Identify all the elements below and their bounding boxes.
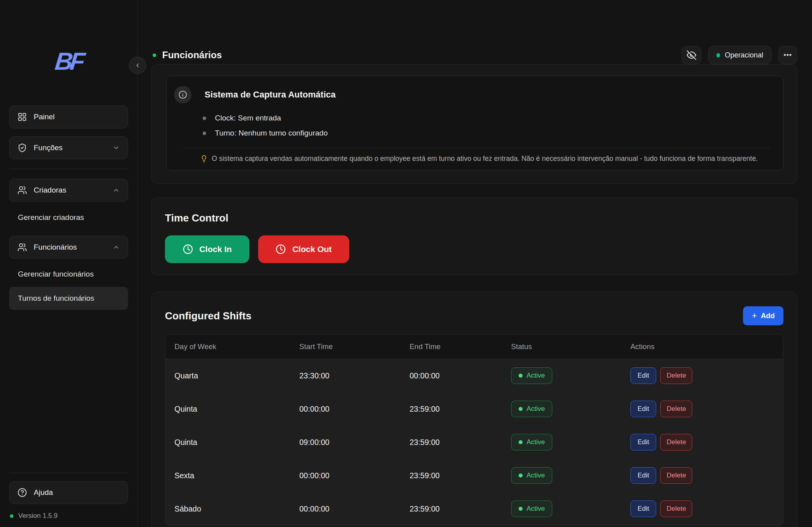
version-row: Version 1.5.9 <box>10 512 128 520</box>
brand-logo: BF <box>9 43 128 79</box>
content-area: Sistema de Captura Automática Clock: Sem… <box>138 64 812 527</box>
cell-day: Quinta <box>165 438 290 447</box>
cell-start: 23:30:00 <box>290 371 400 380</box>
eye-off-icon <box>687 50 696 60</box>
cell-end: 23:59:00 <box>400 471 502 480</box>
sidebar-item-gerenciar-funcionarios[interactable]: Gerenciar funcionários <box>9 265 128 283</box>
sidebar-item-label: Funcionários <box>34 243 77 252</box>
delete-button[interactable]: Delete <box>660 401 692 417</box>
table-row: Sexta 00:00:00 23:59:00 Active Edit Dele… <box>165 459 783 492</box>
edit-button[interactable]: Edit <box>630 500 656 517</box>
status-badge[interactable]: Operacional <box>708 46 772 64</box>
clock-in-button[interactable]: Clock In <box>165 235 249 263</box>
sidebar-footer: Ajuda Version 1.5.9 <box>9 463 128 527</box>
clock-out-button[interactable]: Clock Out <box>258 235 349 263</box>
status-dot-icon <box>153 53 156 57</box>
shifts-table-body: Quarta 23:30:00 00:00:00 Active Edit Del… <box>165 359 783 525</box>
status-badge-label: Operacional <box>725 51 763 59</box>
clock-in-label: Clock In <box>199 244 232 254</box>
cell-end: 23:59:00 <box>400 504 502 514</box>
chevron-left-icon <box>134 62 141 69</box>
edit-button[interactable]: Edit <box>630 434 656 451</box>
info-icon <box>174 86 192 103</box>
edit-button[interactable]: Edit <box>630 367 656 384</box>
users-icon <box>17 242 27 252</box>
sidebar-item-label: Ajuda <box>34 488 53 497</box>
status-badge: Active <box>511 434 552 451</box>
delete-button[interactable]: Delete <box>660 467 692 484</box>
logo-text: BF <box>54 47 84 75</box>
plus-icon: + <box>752 311 757 320</box>
edit-button[interactable]: Edit <box>630 467 656 484</box>
add-shift-label: Add <box>761 312 775 320</box>
status-dot-icon <box>519 474 523 477</box>
time-control-title: Time Control <box>165 212 783 224</box>
app-window: BF Painel Funções Criadoras <box>0 0 812 527</box>
sidebar-item-funcionarios[interactable]: Funcionários <box>9 236 128 259</box>
tip-row: O sistema captura vendas automaticamente… <box>200 155 772 163</box>
status-label: Active <box>527 505 545 513</box>
status-dot-icon <box>10 514 13 518</box>
sidebar-item-funcoes[interactable]: Funções <box>9 136 128 159</box>
configured-shifts-card: Configured Shifts + Add Day of Week Star… <box>151 292 797 527</box>
chevron-up-icon <box>113 187 120 194</box>
configured-shifts-title: Configured Shifts <box>165 310 251 322</box>
cell-day: Sexta <box>165 471 290 480</box>
sidebar-item-ajuda[interactable]: Ajuda <box>9 481 128 504</box>
clock-icon <box>183 244 193 254</box>
table-row: Quinta 09:00:00 23:59:00 Active Edit Del… <box>165 426 783 459</box>
info-item-clock: Clock: Sem entrada <box>203 111 772 126</box>
cell-start: 00:00:00 <box>290 405 400 414</box>
status-badge: Active <box>511 467 552 484</box>
chevron-up-icon <box>113 244 120 251</box>
info-item-text: Clock: Sem entrada <box>215 114 281 122</box>
add-shift-button[interactable]: + Add <box>743 306 783 325</box>
sidebar-collapse-button[interactable] <box>129 57 146 74</box>
auto-capture-card: Sistema de Captura Automática Clock: Sem… <box>151 64 797 184</box>
column-header-end: End Time <box>400 342 502 351</box>
sidebar-item-criadoras[interactable]: Criadoras <box>9 179 128 202</box>
sidebar-item-label: Funções <box>34 143 63 152</box>
status-dot-icon <box>519 507 523 511</box>
status-dot-icon <box>519 407 523 411</box>
info-item-text: Turno: Nenhum turno configurado <box>215 129 327 137</box>
info-item-turno: Turno: Nenhum turno configurado <box>203 126 772 141</box>
more-options-button[interactable]: ••• <box>778 46 797 64</box>
auto-capture-info-box: Sistema de Captura Automática Clock: Sem… <box>166 76 783 170</box>
status-dot-icon <box>716 53 720 57</box>
cell-day: Quinta <box>165 405 290 414</box>
sidebar-item-painel[interactable]: Painel <box>9 105 128 128</box>
delete-button[interactable]: Delete <box>660 500 692 517</box>
status-badge: Active <box>511 367 552 384</box>
shifts-table: Day of Week Start Time End Time Status A… <box>165 334 783 526</box>
sidebar-item-gerenciar-criadoras[interactable]: Gerenciar criadoras <box>9 209 128 226</box>
ellipsis-icon: ••• <box>784 51 792 59</box>
main-area: Funcionários Operacional ••• <box>138 0 812 527</box>
edit-button[interactable]: Edit <box>630 401 656 417</box>
cell-start: 00:00:00 <box>290 471 400 480</box>
cell-day: Sábado <box>165 504 290 514</box>
sidebar-item-label: Criadoras <box>34 186 66 195</box>
status-label: Active <box>527 372 545 380</box>
delete-button[interactable]: Delete <box>660 367 692 384</box>
cell-end: 00:00:00 <box>400 371 502 380</box>
hide-view-button[interactable] <box>682 46 701 64</box>
table-row: Quinta 00:00:00 23:59:00 Active Edit Del… <box>165 392 783 426</box>
sub-item-label: Gerenciar funcionários <box>18 270 94 279</box>
table-row: Quarta 23:30:00 00:00:00 Active Edit Del… <box>165 359 783 392</box>
sidebar-item-label: Painel <box>34 113 55 121</box>
delete-button[interactable]: Delete <box>660 434 692 451</box>
chevron-down-icon <box>113 144 120 151</box>
status-label: Active <box>527 472 545 479</box>
cell-end: 23:59:00 <box>400 405 502 414</box>
version-label: Version 1.5.9 <box>18 512 57 520</box>
cell-day: Quarta <box>165 371 290 380</box>
time-control-card: Time Control Clock In Clock Out <box>151 197 797 275</box>
page-title: Funcionários <box>162 50 222 61</box>
info-divider <box>183 148 770 148</box>
status-badge: Active <box>511 500 552 517</box>
help-circle-icon <box>17 488 27 497</box>
sidebar-item-turnos-de-funcionarios[interactable]: Turnos de funcionários <box>9 287 128 310</box>
bullet-icon <box>203 116 206 120</box>
lightbulb-icon <box>200 155 208 162</box>
